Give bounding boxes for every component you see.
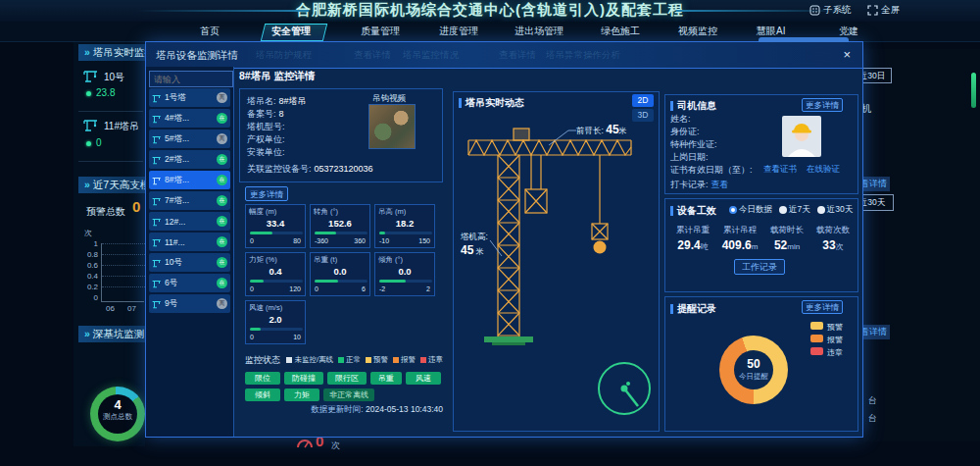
radio-30days[interactable]: 近30天 xyxy=(817,204,853,216)
online-status-dot: 离 xyxy=(217,92,227,103)
chevrons-icon: » xyxy=(84,179,90,190)
crane-icon xyxy=(152,93,162,103)
stat-label: 载荷次数 xyxy=(810,225,856,236)
online-status-dot: 在 xyxy=(217,236,227,247)
alarm-gauge-icon xyxy=(296,436,314,450)
legend-swatch-violation xyxy=(810,347,823,355)
alert-center-value: 50 xyxy=(719,357,788,371)
info-field: 产权单位: xyxy=(247,133,288,146)
crane-list-item[interactable]: 7#塔...在 xyxy=(149,191,230,210)
nav-item-green[interactable]: 绿色施工 xyxy=(601,25,640,38)
divider xyxy=(78,161,143,162)
status-chip-zone[interactable]: 限行区 xyxy=(327,372,367,385)
status-chip-moment[interactable]: 力矩 xyxy=(284,388,319,401)
divider xyxy=(78,111,143,112)
online-status-dot: 离 xyxy=(217,133,227,144)
status-label: 监控状态 xyxy=(245,354,280,367)
crane-list-item[interactable]: 4#塔...在 xyxy=(149,109,230,128)
crane-icon xyxy=(152,176,162,185)
view-2d-button[interactable]: 2D xyxy=(632,94,654,107)
top-header-bar: 合肥新桥国际机场综合交通中心(含轨道引入)及配套工程 子系统 全屏 xyxy=(0,0,980,22)
crane-icon xyxy=(83,117,99,132)
warning-total-value: 0 xyxy=(132,198,140,215)
online-status-dot: 离 xyxy=(217,298,227,309)
crane-name: 10号 xyxy=(104,71,124,84)
efficiency-range-radios: 今日数据 近7天 近30天 xyxy=(729,204,857,216)
driver-avatar xyxy=(782,116,821,157)
crane-icon xyxy=(152,155,162,165)
more-detail-button[interactable]: 更多详情 xyxy=(245,186,288,201)
gauge-rotation: 转角 (°)152.6-360360 xyxy=(310,204,370,248)
gridline xyxy=(102,265,145,266)
driver-field: 证书有效日期（至）: xyxy=(670,164,753,177)
status-legend: 未监控/离线 正常 预警 报警 违章 xyxy=(284,355,443,365)
alert-center-label: 今日提醒 xyxy=(719,372,788,382)
crane-list-item[interactable]: 9号离 xyxy=(149,294,230,313)
alert-more-button[interactable]: 更多详情 xyxy=(802,300,843,314)
gridline xyxy=(102,254,145,255)
y-axis-unit: 次 xyxy=(84,228,92,238)
driver-field: 上岗日期: xyxy=(670,151,709,164)
view-cert-link[interactable]: 查看证书 xyxy=(763,164,797,176)
crane-icon xyxy=(152,196,162,206)
legend-item: 未监控/离线 xyxy=(286,355,333,365)
radio-today[interactable]: 今日数据 xyxy=(729,204,772,216)
alert-panel-header: 提醒记录 xyxy=(670,302,716,316)
work-record-button[interactable]: 工作记录 xyxy=(734,259,785,275)
crane-list-item[interactable]: 10号在 xyxy=(149,253,230,272)
nav-item-home[interactable]: 首页 xyxy=(200,25,220,38)
crane-list-item[interactable]: 12#...在 xyxy=(149,212,230,231)
view-3d-button[interactable]: 3D xyxy=(632,109,654,122)
gridline xyxy=(102,286,145,287)
driver-panel-header: 司机信息 xyxy=(670,99,716,113)
status-chip-anticollision[interactable]: 防碰撞 xyxy=(284,372,323,385)
hook-video-thumbnail[interactable] xyxy=(368,104,416,149)
search-input[interactable] xyxy=(149,71,233,87)
status-chip-load[interactable]: 吊重 xyxy=(370,372,402,385)
close-icon[interactable]: × xyxy=(843,42,851,68)
status-chip-abnormal-offline[interactable]: 非正常离线 xyxy=(323,388,374,401)
gridline xyxy=(102,243,145,244)
status-chip-wind[interactable]: 风速 xyxy=(406,372,441,385)
crane-list-item-selected[interactable]: 8#塔...在 xyxy=(149,171,230,189)
gauge-moment: 力矩 (%)0.40120 xyxy=(245,252,306,296)
pit-total-value: 4 xyxy=(90,397,145,412)
online-status-dot: 在 xyxy=(217,175,227,185)
stat-value: 33次 xyxy=(810,238,856,252)
nav-item-progress[interactable]: 进度管理 xyxy=(439,25,478,38)
nav-item-party[interactable]: 党建 xyxy=(839,25,858,38)
driver-more-button[interactable]: 更多详情 xyxy=(802,98,843,112)
crane-list-item[interactable]: 6号在 xyxy=(149,274,230,292)
subsystem-button[interactable]: 子系统 xyxy=(809,4,852,17)
tower-height-annotation: 塔机高:45 米 xyxy=(461,232,488,257)
crane-list-item[interactable]: 11#...在 xyxy=(149,233,230,251)
nav-item-access[interactable]: 进出场管理 xyxy=(514,25,564,38)
fullscreen-icon xyxy=(867,5,878,16)
header-accent-bar xyxy=(670,101,673,111)
subsystem-grid-icon xyxy=(809,5,820,16)
chevrons-icon: » xyxy=(84,328,90,339)
nav-item-ai[interactable]: 慧眼AI xyxy=(757,25,785,38)
info-field: 安装单位: xyxy=(247,146,288,159)
legend-swatch-warning xyxy=(810,322,823,330)
online-status-dot: 在 xyxy=(217,278,227,288)
status-chip-limit[interactable]: 限位 xyxy=(245,372,280,385)
fullscreen-button[interactable]: 全屏 xyxy=(867,4,900,17)
nav-item-safety[interactable]: 安全管理 xyxy=(271,25,311,38)
legend-item: 正常 xyxy=(338,355,361,365)
status-chip-tilt[interactable]: 倾斜 xyxy=(245,388,280,401)
online-status-dot: 在 xyxy=(217,257,227,268)
y-tick: 0.4 xyxy=(76,272,98,281)
radio-7days[interactable]: 近7天 xyxy=(779,204,810,216)
record-view-link[interactable]: 查看 xyxy=(711,180,729,189)
nav-item-video[interactable]: 视频监控 xyxy=(678,25,717,38)
online-verify-link[interactable]: 在线验证 xyxy=(807,164,840,176)
x-tick: 06 xyxy=(106,304,115,313)
driver-record-row: 打卡记录:查看 xyxy=(670,179,729,191)
crane-list-item[interactable]: 2#塔...在 xyxy=(149,150,230,169)
crane-list-item[interactable]: 5#塔...离 xyxy=(149,129,230,148)
info-field: 备案号:8 xyxy=(247,108,284,121)
crane-list-item[interactable]: 1号塔离 xyxy=(149,88,230,107)
scrollbar-thumb[interactable] xyxy=(971,73,976,108)
nav-item-quality[interactable]: 质量管理 xyxy=(361,25,400,38)
